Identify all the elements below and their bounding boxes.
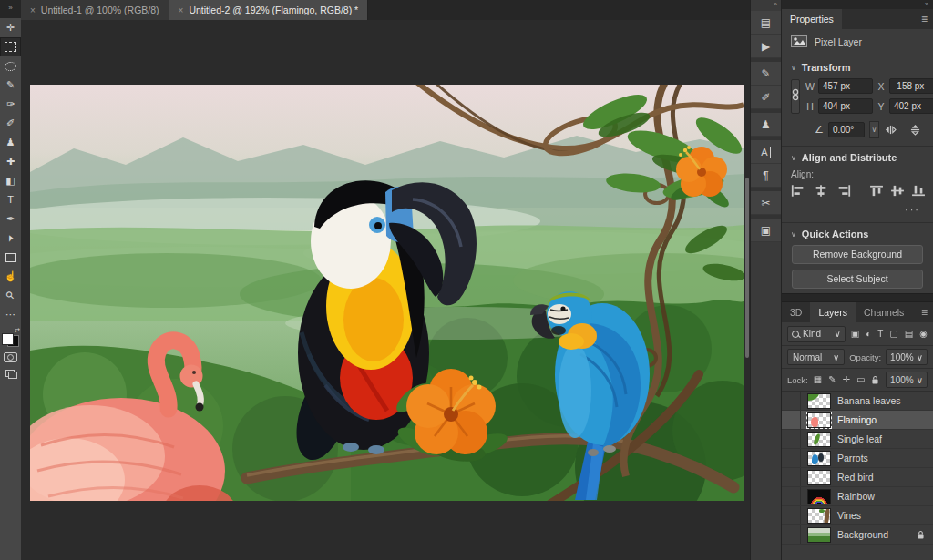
layer-row-flamingo[interactable]: Flamingo — [782, 411, 933, 430]
dock-character-button[interactable]: A — [751, 140, 781, 164]
rectangle-tool[interactable] — [0, 248, 21, 267]
pixel-layer-filter-icon[interactable]: ▣ — [851, 330, 859, 339]
lock-artboard-icon[interactable]: ▭ — [856, 375, 865, 384]
dock-collapse-icon[interactable]: » — [751, 0, 781, 11]
align-hcenter-button[interactable] — [814, 185, 828, 197]
lock-position-icon[interactable]: ✛ — [843, 375, 850, 384]
layer-row-background[interactable]: Background — [782, 525, 933, 545]
dock-brush-settings-button[interactable]: ✎ — [751, 62, 781, 86]
lock-all-icon[interactable] — [871, 375, 879, 385]
select-subject-button[interactable]: Select Subject — [792, 270, 923, 289]
layer-filter-kind-dropdown[interactable]: Kind ∨ — [787, 326, 846, 342]
lasso-tool[interactable] — [0, 56, 21, 76]
swap-colors-icon[interactable]: ⇄ — [15, 327, 20, 334]
dock-tool-presets-button[interactable]: ✂ — [751, 191, 781, 215]
blend-mode-dropdown[interactable]: Normal ∨ — [787, 349, 845, 365]
transform-section-header[interactable]: ∨ Transform — [791, 62, 924, 73]
layer-thumbnail[interactable] — [807, 470, 831, 485]
clone-stamp-tool[interactable]: ♟ — [0, 133, 21, 152]
healing-brush-tool[interactable]: ✚ — [0, 152, 21, 171]
layer-row-rainbow[interactable]: Rainbow — [782, 487, 933, 506]
align-right-button[interactable] — [836, 185, 851, 197]
toolbar-collapse-icon[interactable]: » — [0, 0, 21, 18]
layer-thumbnail[interactable] — [807, 393, 831, 409]
close-tab-icon[interactable]: × — [30, 5, 36, 15]
link-dimensions-button[interactable] — [791, 79, 800, 114]
zoom-tool[interactable]: ⚲ — [0, 286, 21, 305]
opacity-field[interactable]: 100% ∨ — [886, 349, 928, 365]
dock-paragraph-button[interactable]: ¶ — [751, 164, 781, 188]
quick-actions-section-header[interactable]: ∨ Quick Actions — [791, 229, 924, 239]
gradient-tool[interactable]: ◧ — [0, 171, 21, 190]
layer-visibility-toggle[interactable] — [782, 468, 801, 486]
hand-tool[interactable]: ☝ — [0, 267, 21, 286]
layer-visibility-toggle[interactable] — [782, 487, 801, 505]
panel-menu-icon[interactable]: ≡ — [921, 302, 933, 322]
layer-thumbnail[interactable] — [807, 412, 831, 428]
y-position-field[interactable]: 402 px — [889, 98, 933, 114]
width-field[interactable]: 457 px — [818, 78, 873, 94]
dock-actions-button[interactable]: ▶ — [751, 35, 781, 58]
remove-background-button[interactable]: Remove Background — [792, 245, 923, 264]
align-bottom-button[interactable] — [912, 185, 925, 197]
canvas-vertical-scrollbar[interactable] — [745, 178, 749, 358]
screen-mode-button[interactable] — [0, 365, 21, 382]
close-tab-icon[interactable]: × — [179, 5, 184, 15]
tab-channels[interactable]: Channels — [856, 302, 912, 322]
adjustment-layer-filter-icon[interactable]: ◐ — [866, 330, 871, 339]
flip-horizontal-button[interactable] — [884, 123, 897, 137]
layer-thumbnail[interactable] — [807, 508, 831, 524]
align-section-header[interactable]: ∨ Align and Distribute — [791, 152, 924, 163]
layer-visibility-eye-icon[interactable] — [782, 525, 801, 544]
layer-visibility-eye-icon[interactable] — [782, 506, 801, 524]
layer-row-parrots[interactable]: Parrots — [782, 449, 933, 468]
layer-visibility-toggle[interactable] — [782, 392, 801, 410]
lock-transparent-pixels-icon[interactable]: ▦ — [814, 375, 822, 384]
fill-field[interactable]: 100% ∨ — [886, 372, 928, 388]
dock-libraries-button[interactable]: ▣ — [751, 219, 781, 242]
dock-brushes-button[interactable]: ✐ — [751, 86, 781, 109]
layer-thumbnail[interactable] — [807, 527, 831, 543]
move-tool[interactable]: ✛ — [0, 18, 21, 37]
rotation-dropdown[interactable]: ∨ — [869, 121, 879, 138]
layer-visibility-toggle[interactable] — [782, 430, 801, 448]
layer-thumbnail[interactable] — [807, 432, 831, 447]
layer-row-banana-leaves[interactable]: Banana leaves — [782, 392, 933, 411]
flip-vertical-button[interactable] — [910, 123, 920, 137]
layer-thumbnail[interactable] — [807, 451, 831, 466]
pen-tool[interactable]: ✒ — [0, 209, 21, 229]
edit-toolbar[interactable]: ⋯ — [0, 305, 21, 324]
panels-collapse-icon[interactable]: » — [782, 0, 933, 9]
tab-layers[interactable]: Layers — [810, 302, 856, 322]
align-top-button[interactable] — [870, 185, 883, 197]
dock-swatches-button[interactable]: ▤ — [751, 11, 781, 35]
align-left-button[interactable] — [791, 185, 805, 197]
brush-tool[interactable]: ✐ — [0, 114, 21, 133]
layer-row-single-leaf[interactable]: Single leaf — [782, 430, 933, 449]
layer-row-vines[interactable]: Vines — [782, 506, 933, 525]
type-layer-filter-icon[interactable]: T — [877, 330, 883, 339]
eyedropper-tool[interactable]: ✑ — [0, 95, 21, 114]
smart-object-filter-icon[interactable]: ▤ — [905, 330, 913, 339]
type-tool[interactable]: T — [0, 190, 21, 209]
layer-visibility-eye-icon[interactable] — [782, 411, 801, 429]
foreground-color-swatch[interactable] — [2, 333, 14, 345]
align-vcenter-button[interactable] — [891, 185, 904, 197]
document-tab[interactable]: ×Untitled-1 @ 100% (RGB/8) — [21, 0, 169, 20]
canvas-area[interactable] — [21, 20, 750, 560]
layer-visibility-eye-icon[interactable] — [782, 449, 801, 467]
x-position-field[interactable]: -158 px — [889, 78, 933, 94]
align-more-button[interactable]: ··· — [791, 204, 924, 215]
marquee-tool[interactable] — [0, 37, 21, 56]
quick-mask-button[interactable] — [0, 349, 21, 365]
canvas-image[interactable] — [30, 85, 744, 501]
document-tab-active[interactable]: ×Untitled-2 @ 192% (Flamingo, RGB/8) * — [169, 0, 369, 20]
height-field[interactable]: 404 px — [818, 98, 873, 114]
layer-thumbnail[interactable] — [807, 489, 831, 504]
layer-row-red-bird[interactable]: Red bird — [782, 468, 933, 487]
dock-clone-source-button[interactable]: ♟ — [751, 113, 781, 137]
color-swatches[interactable]: ⇄ — [2, 330, 19, 347]
filter-toggle-icon[interactable]: ◉ — [919, 330, 928, 339]
tab-properties[interactable]: Properties — [782, 9, 842, 29]
shape-layer-filter-icon[interactable]: ▢ — [889, 330, 897, 339]
